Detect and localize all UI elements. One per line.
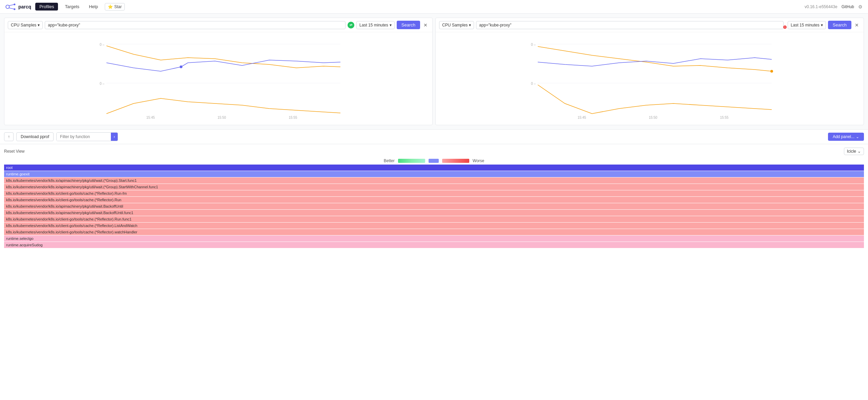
panel-2-close-btn[interactable]: ✕ bbox=[853, 22, 860, 28]
svg-text:0 –: 0 – bbox=[100, 82, 104, 85]
flame-rows-container: rootruntime.goexitk8s.io/kubernetes/vend… bbox=[4, 165, 864, 248]
topnav-right: v0.16.1-e556443e GitHub ⚙ bbox=[805, 4, 863, 9]
svg-point-17 bbox=[770, 70, 773, 73]
flame-row[interactable]: runtime.goexit bbox=[4, 171, 864, 177]
logo-text: parcq bbox=[18, 4, 31, 9]
flame-row[interactable]: k8s.io/kubernetes/vendor/k8s.io/client-g… bbox=[4, 223, 864, 229]
settings-icon[interactable]: ⚙ bbox=[858, 4, 863, 9]
targets-nav-btn[interactable]: Targets bbox=[62, 3, 82, 11]
topnav: parcq Profiles Targets Help ⭐ Star v0.16… bbox=[0, 0, 868, 14]
panel-1: CPU Samples ▾ ⇄ Last 15 minutes ▾ Search… bbox=[4, 18, 433, 125]
chevron-down-icon-2: ▾ bbox=[390, 23, 392, 27]
flame-row[interactable]: root bbox=[4, 165, 864, 171]
panel-1-merge-wrapper: ⇄ bbox=[348, 22, 354, 28]
add-panel-chevron-icon: ⌄ bbox=[856, 134, 859, 139]
flamegraph-area: Reset View Icicle ⌄ Better Worse rootrun… bbox=[0, 144, 868, 250]
panel-2-time-select[interactable]: Last 15 minutes ▾ bbox=[788, 21, 826, 29]
share-icon: ↑ bbox=[8, 134, 10, 139]
bottom-toolbar: ↑ Download pprof › Add panel... ⌄ bbox=[0, 130, 868, 144]
svg-text:15:50: 15:50 bbox=[649, 116, 657, 119]
panel-2-chart: 0 – 0 – 15:45 15:50 15:55 bbox=[436, 32, 864, 125]
icicle-label: Icicle bbox=[847, 149, 856, 154]
panel-1-time-select[interactable]: Last 15 minutes ▾ bbox=[356, 21, 395, 29]
svg-text:0 –: 0 – bbox=[531, 82, 536, 85]
svg-text:0 –: 0 – bbox=[100, 43, 104, 46]
profiles-nav-btn[interactable]: Profiles bbox=[35, 3, 58, 11]
help-nav-btn[interactable]: Help bbox=[86, 3, 101, 11]
reset-view-btn[interactable]: Reset View bbox=[4, 149, 24, 154]
panel-2-query-input[interactable] bbox=[476, 21, 784, 29]
panel-2-profile-type-label: CPU Samples bbox=[442, 23, 468, 27]
flame-row[interactable]: k8s.io/kubernetes/vendor/k8s.io/apimachi… bbox=[4, 210, 864, 216]
panel-2-time-label: Last 15 minutes bbox=[791, 23, 820, 27]
svg-text:0 –: 0 – bbox=[531, 43, 536, 46]
panel-1-close-btn[interactable]: ✕ bbox=[422, 22, 429, 28]
filter-function-wrapper: › bbox=[56, 132, 118, 141]
svg-point-3 bbox=[14, 3, 15, 5]
panel-1-profile-type[interactable]: CPU Samples ▾ bbox=[8, 21, 43, 29]
filter-arrow-btn[interactable]: › bbox=[111, 133, 118, 141]
chevron-down-icon-3: ▾ bbox=[469, 23, 471, 27]
chevron-down-icon-5: ⌄ bbox=[857, 149, 861, 154]
panel-2: CPU Samples ▾ 1 Last 15 minutes ▾ Search… bbox=[435, 18, 864, 125]
svg-line-2 bbox=[9, 8, 15, 9]
filter-function-input[interactable] bbox=[57, 133, 111, 141]
panel-1-chart: 0 – 0 – 15:45 15:50 15:55 bbox=[4, 32, 432, 125]
legend-gradient-good bbox=[398, 159, 425, 163]
flame-row[interactable]: k8s.io/kubernetes/vendor/k8s.io/apimachi… bbox=[4, 184, 864, 190]
legend-gradient-bad bbox=[442, 159, 469, 163]
panel-2-profile-type[interactable]: CPU Samples ▾ bbox=[439, 21, 474, 29]
svg-point-9 bbox=[180, 65, 182, 68]
svg-text:15:50: 15:50 bbox=[217, 116, 226, 119]
version-label: v0.16.1-e556443e bbox=[805, 4, 837, 9]
logo-icon bbox=[5, 3, 16, 10]
legend-gradient-neutral bbox=[429, 159, 439, 163]
share-btn[interactable]: ↑ bbox=[4, 132, 14, 141]
svg-point-4 bbox=[14, 8, 15, 10]
add-panel-btn[interactable]: Add panel... ⌄ bbox=[828, 133, 864, 141]
panel-1-time-label: Last 15 minutes bbox=[359, 23, 388, 27]
star-btn[interactable]: ⭐ Star bbox=[105, 3, 125, 11]
panels-row: CPU Samples ▾ ⇄ Last 15 minutes ▾ Search… bbox=[0, 14, 868, 130]
flame-row[interactable]: k8s.io/kubernetes/vendor/k8s.io/client-g… bbox=[4, 190, 864, 196]
flame-row[interactable]: runtime.selectgo bbox=[4, 235, 864, 242]
flame-row[interactable]: k8s.io/kubernetes/vendor/k8s.io/client-g… bbox=[4, 229, 864, 235]
svg-text:15:55: 15:55 bbox=[289, 116, 297, 119]
panel-1-search-btn[interactable]: Search bbox=[397, 21, 420, 29]
topnav-left: parcq Profiles Targets Help ⭐ Star bbox=[5, 3, 125, 11]
svg-text:15:45: 15:45 bbox=[146, 116, 155, 119]
chevron-down-icon: ▾ bbox=[38, 23, 40, 27]
add-panel-label: Add panel... bbox=[833, 134, 854, 139]
svg-text:15:55: 15:55 bbox=[720, 116, 728, 119]
flame-row[interactable]: k8s.io/kubernetes/vendor/k8s.io/client-g… bbox=[4, 197, 864, 203]
worse-label: Worse bbox=[473, 158, 484, 163]
download-pprof-btn[interactable]: Download pprof bbox=[16, 132, 54, 141]
svg-point-0 bbox=[6, 5, 9, 8]
panel-2-toolbar: CPU Samples ▾ 1 Last 15 minutes ▾ Search… bbox=[436, 18, 864, 32]
icicle-select[interactable]: Icicle ⌄ bbox=[844, 148, 864, 155]
better-label: Better bbox=[384, 158, 395, 163]
svg-line-1 bbox=[9, 4, 15, 5]
chevron-down-icon-4: ▾ bbox=[821, 23, 823, 27]
logo: parcq bbox=[5, 3, 31, 10]
github-icon: ⭐ bbox=[108, 4, 113, 9]
panel-1-profile-type-label: CPU Samples bbox=[11, 23, 36, 27]
panel-1-toolbar: CPU Samples ▾ ⇄ Last 15 minutes ▾ Search… bbox=[4, 18, 432, 32]
flame-row[interactable]: runtime.acquireSudog bbox=[4, 242, 864, 248]
flame-row[interactable]: k8s.io/kubernetes/vendor/k8s.io/apimachi… bbox=[4, 203, 864, 209]
star-label: Star bbox=[114, 4, 122, 9]
reset-view-row: Reset View Icicle ⌄ bbox=[4, 146, 864, 157]
github-link[interactable]: GitHub bbox=[842, 4, 854, 9]
panel-2-chart-svg: 0 – 0 – 15:45 15:50 15:55 bbox=[439, 36, 860, 120]
panel-1-query-input[interactable] bbox=[45, 21, 346, 29]
panel-1-chart-svg: 0 – 0 – 15:45 15:50 15:55 bbox=[8, 36, 429, 120]
flame-row[interactable]: k8s.io/kubernetes/vendor/k8s.io/apimachi… bbox=[4, 177, 864, 184]
flame-row[interactable]: k8s.io/kubernetes/vendor/k8s.io/client-g… bbox=[4, 216, 864, 222]
panel-1-merge-icon[interactable]: ⇄ bbox=[348, 22, 354, 28]
legend-row: Better Worse bbox=[4, 157, 864, 165]
panel-2-search-btn[interactable]: Search bbox=[828, 21, 851, 29]
svg-text:15:45: 15:45 bbox=[577, 116, 586, 119]
